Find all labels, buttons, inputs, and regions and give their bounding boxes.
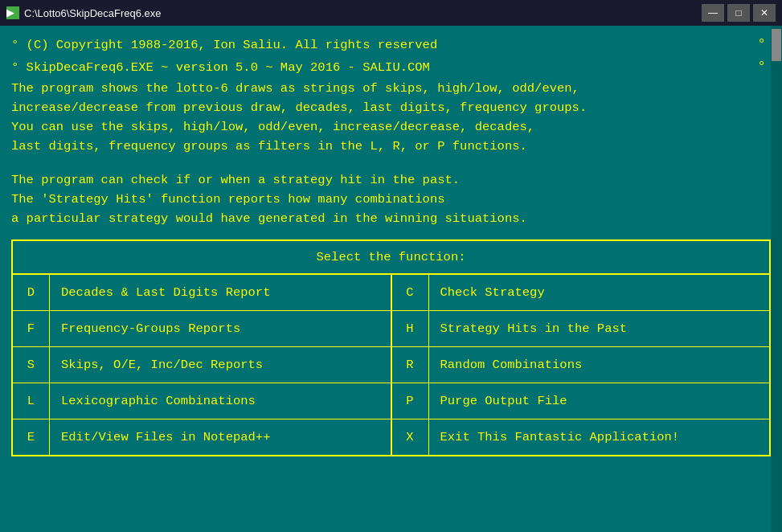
content-area: ° (C) Copyright 1988-2016, Ion Saliu. Al… [0, 26, 782, 532]
menu-right-half: H Strategy Hits in the Past [392, 311, 770, 346]
menu-right-half: R Random Combinations [392, 347, 770, 383]
menu-label-right-1[interactable]: Strategy Hits in the Past [429, 311, 770, 346]
menu-label-left-1[interactable]: Frequency-Groups Reports [50, 311, 391, 346]
menu-label-left-4[interactable]: Edit/View Files in Notepad++ [50, 419, 391, 455]
title-bar-left: ▶ C:\Lotto6\SkipDecaFreq6.exe [6, 6, 162, 19]
menu-row[interactable]: D Decades & Last Digits Report C Check S… [13, 275, 769, 311]
menu-left-half: S Skips, O/E, Inc/Dec Reports [13, 347, 392, 383]
menu-key-right-2[interactable]: R [392, 347, 429, 383]
menu-label-left-0[interactable]: Decades & Last Digits Report [50, 275, 391, 310]
menu-left-half: D Decades & Last Digits Report [13, 275, 392, 310]
menu-right-half: P Purge Output File [392, 383, 770, 419]
menu-label-left-2[interactable]: Skips, O/E, Inc/Dec Reports [50, 347, 391, 383]
info-line-9-text: The 'Strategy Hits' function reports how… [11, 192, 445, 207]
menu-key-left-3[interactable]: L [13, 383, 50, 419]
menu-key-right-1[interactable]: H [392, 311, 429, 346]
menu-key-left-0[interactable]: D [13, 275, 50, 310]
menu-label-right-4[interactable]: Exit This Fantastic Application! [429, 419, 770, 455]
menu-key-left-1[interactable]: F [13, 311, 50, 346]
spacer-1 [11, 156, 771, 170]
title-bar: ▶ C:\Lotto6\SkipDecaFreq6.exe — □ ✕ [0, 0, 782, 26]
scrollbar[interactable] [771, 26, 782, 532]
menu-row[interactable]: E Edit/View Files in Notepad++ X Exit Th… [13, 419, 769, 455]
info-line-8: The program can check if or when a strat… [11, 170, 771, 190]
info-line-4: increase/decrease from previous draw, de… [11, 98, 771, 117]
info-line-9: The 'Strategy Hits' function reports how… [11, 190, 771, 209]
menu-label-right-2[interactable]: Random Combinations [429, 347, 770, 383]
info-line-3: The program shows the lotto-6 draws as s… [11, 79, 771, 98]
info-line-2: ° SkipDecaFreq6.EXE ~ version 5.0 ~ May … [11, 56, 771, 79]
menu-right-half: C Check Strategy [392, 275, 770, 310]
menu-key-left-4[interactable]: E [13, 419, 50, 455]
info-line-1-dot: ° [757, 34, 766, 56]
menu-rows: D Decades & Last Digits Report C Check S… [13, 275, 769, 455]
info-line-2-dot: ° [757, 56, 766, 79]
menu-key-right-4[interactable]: X [392, 419, 429, 455]
app-icon: ▶ [6, 6, 19, 19]
info-line-5-text: You can use the skips, high/low, odd/eve… [11, 120, 534, 134]
info-line-6-text: last digits, frequency groups as filters… [11, 139, 527, 153]
menu-key-right-3[interactable]: P [392, 383, 429, 419]
menu-row[interactable]: F Frequency-Groups Reports H Strategy Hi… [13, 311, 769, 347]
menu-label-right-3[interactable]: Purge Output File [429, 383, 770, 419]
menu-label-right-0[interactable]: Check Strategy [429, 275, 770, 310]
scroll-thumb[interactable] [772, 29, 781, 61]
window-title: C:\Lotto6\SkipDecaFreq6.exe [24, 7, 162, 19]
info-line-5: You can use the skips, high/low, odd/eve… [11, 117, 771, 137]
menu-key-left-2[interactable]: S [13, 347, 50, 383]
menu-right-half: X Exit This Fantastic Application! [392, 419, 770, 455]
menu-table: Select the function: D Decades & Last Di… [11, 239, 771, 456]
menu-left-half: F Frequency-Groups Reports [13, 311, 392, 346]
title-bar-controls: — □ ✕ [702, 4, 776, 22]
close-button[interactable]: ✕ [753, 4, 776, 22]
menu-row[interactable]: S Skips, O/E, Inc/Dec Reports R Random C… [13, 347, 769, 383]
info-line-10-text: a particular strategy would have generat… [11, 211, 527, 226]
main-window: ▶ C:\Lotto6\SkipDecaFreq6.exe — □ ✕ ° (C… [0, 0, 782, 532]
menu-label-left-3[interactable]: Lexicographic Combinations [50, 383, 391, 419]
info-line-10: a particular strategy would have generat… [11, 209, 771, 228]
info-line-8-text: The program can check if or when a strat… [11, 173, 460, 187]
maximize-button[interactable]: □ [727, 4, 750, 22]
info-line-1-text: ° (C) Copyright 1988-2016, Ion Saliu. Al… [11, 35, 437, 55]
info-line-4-text: increase/decrease from previous draw, de… [11, 100, 587, 115]
menu-title: Select the function: [13, 241, 769, 275]
info-line-1: ° (C) Copyright 1988-2016, Ion Saliu. Al… [11, 34, 771, 56]
info-line-3-text: The program shows the lotto-6 draws as s… [11, 81, 579, 96]
info-line-6: last digits, frequency groups as filters… [11, 137, 771, 156]
info-line-2-text: ° SkipDecaFreq6.EXE ~ version 5.0 ~ May … [11, 58, 430, 77]
minimize-button[interactable]: — [702, 4, 724, 22]
menu-key-right-0[interactable]: C [392, 275, 429, 310]
menu-row[interactable]: L Lexicographic Combinations P Purge Out… [13, 383, 769, 419]
menu-left-half: L Lexicographic Combinations [13, 383, 392, 419]
menu-left-half: E Edit/View Files in Notepad++ [13, 419, 392, 455]
